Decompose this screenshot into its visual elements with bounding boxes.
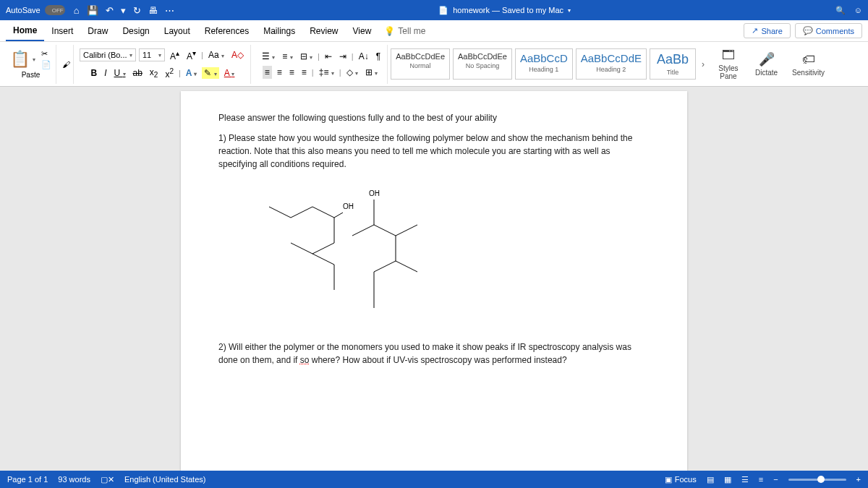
format-painter-icon[interactable]: 🖌 xyxy=(62,60,70,69)
borders-button[interactable]: ⊞ ▾ xyxy=(363,66,380,79)
tab-mailings[interactable]: Mailings xyxy=(256,22,302,40)
paragraph-marks-button[interactable]: ¶ xyxy=(374,50,383,63)
oh-label-2: OH xyxy=(369,189,380,197)
spell-check-icon[interactable]: ▢✕ xyxy=(101,475,114,484)
font-selector[interactable]: Calibri (Bo... ▾ xyxy=(80,48,136,61)
text-effects-button[interactable]: A ▾ xyxy=(184,67,200,80)
align-left-button[interactable]: ≡ xyxy=(263,66,272,79)
more-icon[interactable]: ⋯ xyxy=(165,5,174,16)
document-title[interactable]: homework — Saved to my Mac xyxy=(453,6,563,14)
oh-label-1: OH xyxy=(343,202,354,210)
superscript-button[interactable]: x2 xyxy=(163,66,176,81)
bold-button[interactable]: B xyxy=(88,67,99,80)
bulb-icon: 💡 xyxy=(384,26,395,36)
line-spacing-button[interactable]: ‡≡ ▾ xyxy=(317,66,336,79)
change-case-button[interactable]: Aa ▾ xyxy=(206,48,226,61)
search-icon[interactable]: 🔍 xyxy=(835,6,846,15)
italic-button[interactable]: I xyxy=(102,67,109,80)
decrease-font-icon[interactable]: A▾ xyxy=(184,48,198,63)
emoji-icon[interactable]: ☺ xyxy=(854,6,862,15)
word-count[interactable]: 93 words xyxy=(58,475,90,484)
focus-mode-button[interactable]: ▣ Focus xyxy=(665,475,697,484)
style-item[interactable]: AaBbTitle xyxy=(650,48,696,80)
font-size-selector[interactable]: 11 ▾ xyxy=(139,48,165,61)
zoom-out-button[interactable]: − xyxy=(773,475,778,484)
page[interactable]: Please answer the following questions fu… xyxy=(181,91,687,471)
svg-line-12 xyxy=(352,225,374,236)
intro-text[interactable]: Please answer the following questions fu… xyxy=(218,111,650,124)
strike-button[interactable]: ab xyxy=(131,67,145,80)
language-indicator[interactable]: English (United States) xyxy=(124,475,206,484)
autosave-toggle[interactable]: OFF xyxy=(45,5,65,15)
style-item[interactable]: AaBbCcDdEeNo Spacing xyxy=(453,48,512,80)
sensitivity-button[interactable]: 🏷 Sensitivity xyxy=(786,52,830,77)
tab-review[interactable]: Review xyxy=(302,22,345,40)
style-item[interactable]: AaBbCcDHeading 1 xyxy=(515,48,573,80)
tell-me[interactable]: 💡 Tell me xyxy=(384,26,425,36)
web-layout-icon[interactable]: ☰ xyxy=(741,475,749,484)
justify-button[interactable]: ≡ xyxy=(299,66,309,79)
subscript-button[interactable]: x2 xyxy=(148,66,161,80)
sort-button[interactable]: A↓ xyxy=(357,50,371,63)
style-item[interactable]: AaBbCcDdEeNormal xyxy=(391,48,450,80)
title-dropdown-icon[interactable]: ▾ xyxy=(568,7,571,14)
outline-icon[interactable]: ≡ xyxy=(759,475,763,484)
svg-line-2 xyxy=(312,207,334,218)
increase-font-icon[interactable]: A▴ xyxy=(168,48,182,63)
home-icon[interactable]: ⌂ xyxy=(74,5,80,16)
multilevel-button[interactable]: ⊟ ▾ xyxy=(298,50,315,63)
dictate-button[interactable]: 🎤 Dictate xyxy=(749,51,783,77)
style-label: Heading 1 xyxy=(520,66,568,73)
underline-button[interactable]: U ▾ xyxy=(112,67,128,80)
question-1[interactable]: 1) Please state how you would synthesize… xyxy=(218,132,650,171)
svg-line-11 xyxy=(396,225,417,236)
print-layout-icon[interactable]: ▦ xyxy=(724,475,731,484)
paste-dropdown-icon[interactable]: ▾ xyxy=(33,56,35,63)
undo-dropdown-icon[interactable]: ▾ xyxy=(121,5,126,16)
word-icon: 📄 xyxy=(438,6,448,15)
style-preview: AaBbCcD xyxy=(520,52,568,64)
tab-design[interactable]: Design xyxy=(115,22,156,40)
comment-icon: 💬 xyxy=(803,26,813,35)
undo-icon[interactable]: ↶ xyxy=(106,5,114,16)
tab-draw[interactable]: Draw xyxy=(80,22,115,40)
styles-more-icon[interactable]: › xyxy=(699,59,707,69)
document-area[interactable]: Please answer the following questions fu… xyxy=(0,87,868,471)
share-button[interactable]: ↗ Share xyxy=(744,23,790,38)
font-name: Calibri (Bo... xyxy=(83,51,127,59)
page-indicator[interactable]: Page 1 of 1 xyxy=(7,475,48,484)
paste-icon[interactable]: 📋 xyxy=(10,50,30,69)
tab-home[interactable]: Home xyxy=(6,21,44,41)
decrease-indent-button[interactable]: ⇤ xyxy=(323,50,334,63)
question-2[interactable]: 2) Will either the polymer or the monome… xyxy=(218,341,650,367)
print-icon[interactable]: 🖶 xyxy=(148,5,158,16)
tab-view[interactable]: View xyxy=(346,22,379,40)
bullets-button[interactable]: ☰ ▾ xyxy=(260,50,277,63)
tab-layout[interactable]: Layout xyxy=(157,22,197,40)
styles-pane-icon: 🗔 xyxy=(722,48,735,63)
highlight-button[interactable]: ✎ ▾ xyxy=(202,67,218,79)
clear-format-icon[interactable]: A◇ xyxy=(229,48,246,61)
chevron-down-icon: ▾ xyxy=(129,52,132,59)
comments-button[interactable]: 💬 Comments xyxy=(795,23,862,38)
paste-label: Paste xyxy=(22,71,41,79)
numbering-button[interactable]: ≡ ▾ xyxy=(280,50,294,63)
style-item[interactable]: AaBbCcDdEHeading 2 xyxy=(576,48,647,80)
align-right-button[interactable]: ≡ xyxy=(287,66,297,79)
redo-icon[interactable]: ↻ xyxy=(133,5,141,16)
cut-icon[interactable]: ✂ xyxy=(41,49,51,59)
tab-references[interactable]: References xyxy=(197,22,256,40)
increase-indent-button[interactable]: ⇥ xyxy=(337,50,349,63)
zoom-slider[interactable] xyxy=(788,479,846,481)
read-mode-icon[interactable]: ▤ xyxy=(707,475,714,484)
styles-pane-button[interactable]: 🗔 Styles Pane xyxy=(710,48,746,80)
font-color-button[interactable]: A ▾ xyxy=(222,67,237,80)
zoom-in-button[interactable]: + xyxy=(856,475,861,484)
tab-insert[interactable]: Insert xyxy=(44,22,80,40)
shading-button[interactable]: ◇ ▾ xyxy=(344,66,360,79)
copy-icon[interactable]: 📄 xyxy=(41,60,51,69)
align-center-button[interactable]: ≡ xyxy=(275,66,284,79)
save-icon[interactable]: 💾 xyxy=(87,5,98,16)
chemical-structure: OH OH xyxy=(262,185,650,319)
mic-icon: 🎤 xyxy=(759,51,775,67)
